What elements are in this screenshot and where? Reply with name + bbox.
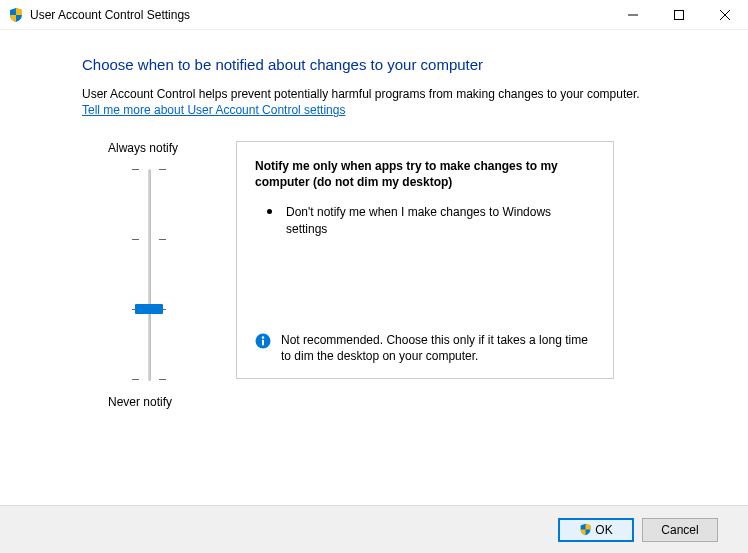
maximize-button[interactable] (656, 0, 702, 29)
svg-rect-1 (675, 10, 684, 19)
slider-column: Always notify Never notify (82, 141, 192, 409)
window-title: User Account Control Settings (30, 8, 610, 22)
slider-tick (132, 379, 166, 380)
titlebar: User Account Control Settings (0, 0, 748, 30)
uac-slider[interactable] (140, 165, 192, 385)
shield-icon (8, 7, 24, 23)
learn-more-link[interactable]: Tell me more about User Account Control … (82, 103, 345, 117)
window-buttons (610, 0, 748, 29)
page-heading: Choose when to be notified about changes… (82, 56, 710, 73)
bullet-dot-icon (267, 209, 272, 214)
close-button[interactable] (702, 0, 748, 29)
info-text: Not recommended. Choose this only if it … (281, 332, 595, 364)
minimize-button[interactable] (610, 0, 656, 29)
slider-label-top: Always notify (108, 141, 192, 155)
svg-point-5 (262, 336, 264, 338)
slider-track (148, 169, 151, 381)
svg-rect-6 (262, 339, 264, 345)
slider-tick (132, 239, 166, 240)
cancel-label: Cancel (661, 523, 698, 537)
panel-title: Notify me only when apps try to make cha… (255, 158, 595, 190)
slider-tick (132, 169, 166, 170)
panel-bullet: Don't notify me when I make changes to W… (255, 204, 595, 236)
cancel-button[interactable]: Cancel (642, 518, 718, 542)
slider-thumb[interactable] (135, 304, 163, 314)
shield-icon (579, 523, 592, 536)
page-description: User Account Control helps prevent poten… (82, 87, 710, 101)
ok-button[interactable]: OK (558, 518, 634, 542)
content-area: Choose when to be notified about changes… (0, 30, 748, 409)
footer: OK Cancel (0, 505, 748, 553)
description-panel: Notify me only when apps try to make cha… (236, 141, 614, 379)
ok-label: OK (595, 523, 612, 537)
info-icon (255, 333, 271, 349)
slider-area: Always notify Never notify Notify me onl… (82, 141, 710, 409)
info-row: Not recommended. Choose this only if it … (255, 332, 595, 364)
slider-label-bottom: Never notify (108, 395, 192, 409)
bullet-text: Don't notify me when I make changes to W… (286, 204, 595, 236)
